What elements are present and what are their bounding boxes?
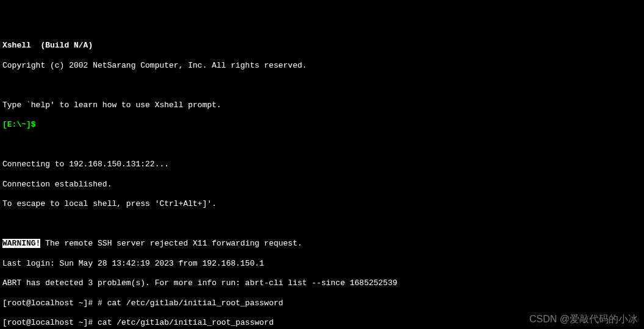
blank-line xyxy=(2,140,642,150)
copyright-text: Copyright (c) 2002 NetSarang Computer, I… xyxy=(2,61,642,71)
blank-line xyxy=(2,219,642,229)
connection-established-text: Connection established. xyxy=(2,180,642,189)
blank-line xyxy=(2,80,642,90)
shell-prompt[interactable]: [root@localhost ~]# xyxy=(2,318,98,327)
command-text: cat /etc/gitlab/initial_root_password xyxy=(98,318,274,327)
warning-text: The remote SSH server rejected X11 forwa… xyxy=(40,239,302,248)
abrt-text: ABRT has detected 3 problem(s). For more… xyxy=(2,278,642,288)
local-prompt[interactable]: [E:\~]$ xyxy=(2,120,40,129)
escape-hint: To escape to local shell, press 'Ctrl+Al… xyxy=(2,199,642,209)
last-login-text: Last login: Sun May 28 13:42:19 2023 fro… xyxy=(2,259,642,269)
shell-prompt[interactable]: [root@localhost ~]# xyxy=(2,299,98,308)
connecting-text: Connecting to 192.168.150.131:22... xyxy=(2,160,642,169)
warning-label: WARNING! xyxy=(2,239,40,248)
app-title: Xshell (Build N/A) xyxy=(2,41,642,51)
help-hint: Type `help' to learn how to use Xshell p… xyxy=(2,101,642,110)
command-text: # cat /etc/gitlab/initial_root_password xyxy=(98,299,283,308)
